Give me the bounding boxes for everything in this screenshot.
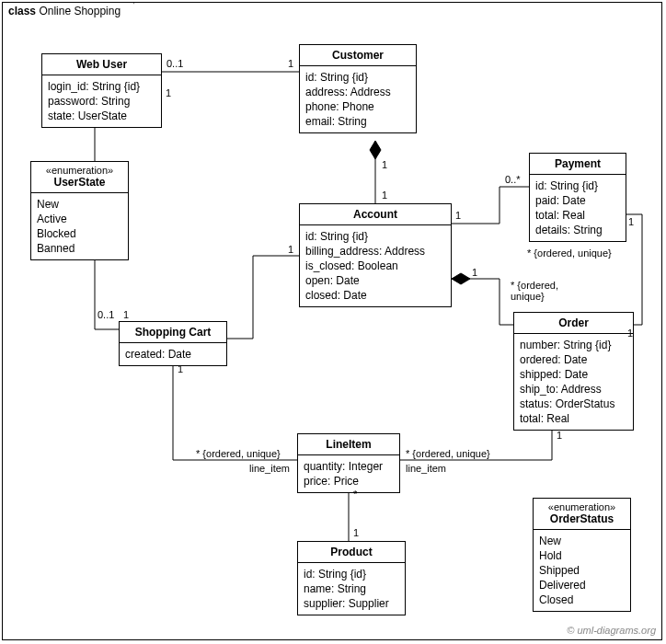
- constraint-label: * {ordered, unique}: [196, 448, 281, 459]
- class-title: Product: [298, 542, 405, 563]
- class-title: UserState: [31, 176, 128, 193]
- class-title: OrderStatus: [534, 512, 630, 530]
- class-order: Order number: String {id} ordered: Date …: [513, 312, 634, 431]
- enum-order-status: «enumeration» OrderStatus New Hold Shipp…: [533, 498, 631, 612]
- mult-label: 0..*: [505, 174, 521, 185]
- class-title: Customer: [300, 45, 416, 66]
- class-attrs: quantity: Integer price: Price: [298, 455, 399, 492]
- frame-kind: class: [8, 5, 36, 17]
- class-attrs: id: String {id} address: Address phone: …: [300, 66, 416, 132]
- class-attrs: id: String {id} billing_address: Address…: [300, 225, 451, 306]
- mult-label: 1: [123, 309, 129, 320]
- enum-user-state: «enumeration» UserState New Active Block…: [30, 161, 129, 260]
- mult-label: 1: [288, 244, 293, 255]
- class-attrs: New Hold Shipped Delivered Closed: [534, 530, 630, 611]
- class-payment: Payment id: String {id} paid: Date total…: [529, 153, 626, 242]
- class-title: LineItem: [298, 434, 399, 455]
- mult-label: 1: [166, 87, 171, 98]
- mult-label: 1: [353, 527, 359, 538]
- mult-label: 1: [627, 328, 633, 339]
- stereotype: «enumeration»: [534, 499, 630, 512]
- class-web-user: Web User login_id: String {id} password:…: [41, 53, 162, 128]
- frame-title: Online Shopping: [39, 5, 121, 17]
- mult-label: 1: [557, 430, 562, 441]
- mult-label: 1: [628, 216, 634, 227]
- class-attrs: id: String {id} paid: Date total: Real d…: [530, 175, 626, 241]
- class-shopping-cart: Shopping Cart created: Date: [119, 321, 227, 366]
- class-title: Web User: [42, 54, 161, 75]
- mult-label: 1: [382, 190, 387, 201]
- mult-label: 1: [455, 210, 461, 221]
- class-line-item: LineItem quantity: Integer price: Price: [297, 433, 400, 493]
- class-attrs: id: String {id} name: String supplier: S…: [298, 563, 405, 615]
- constraint-label: * {ordered, unique}: [511, 280, 558, 302]
- class-attrs: New Active Blocked Banned: [31, 193, 128, 259]
- svg-marker-2: [370, 141, 381, 159]
- diagram-frame: class Online Shopping: [2, 2, 662, 640]
- role-label: line_item: [249, 463, 290, 474]
- class-product: Product id: String {id} name: String sup…: [297, 541, 406, 615]
- class-title: Payment: [530, 154, 626, 175]
- class-customer: Customer id: String {id} address: Addres…: [299, 44, 417, 133]
- mult-label: 0..1: [98, 309, 114, 320]
- class-title: Shopping Cart: [120, 322, 226, 343]
- constraint-label: * {ordered, unique}: [527, 247, 612, 259]
- frame-title-tab: class Online Shopping: [2, 2, 134, 25]
- class-title: Account: [300, 204, 451, 225]
- mult-label: 0..1: [166, 58, 183, 69]
- class-title: Order: [514, 313, 633, 334]
- mult-label: *: [353, 489, 357, 500]
- credit-text: © uml-diagrams.org: [567, 625, 656, 636]
- class-attrs: created: Date: [120, 343, 226, 365]
- class-attrs: number: String {id} ordered: Date shippe…: [514, 334, 633, 430]
- mult-label: 1: [288, 58, 293, 69]
- class-account: Account id: String {id} billing_address:…: [299, 203, 452, 307]
- role-label: line_item: [406, 463, 446, 474]
- mult-label: 1: [178, 363, 183, 374]
- class-attrs: login_id: String {id} password: String s…: [42, 75, 161, 127]
- mult-label: 1: [472, 267, 477, 278]
- svg-marker-14: [452, 273, 470, 284]
- stereotype: «enumeration»: [31, 162, 128, 176]
- constraint-label: * {ordered, unique}: [406, 448, 490, 459]
- mult-label: 1: [382, 159, 387, 170]
